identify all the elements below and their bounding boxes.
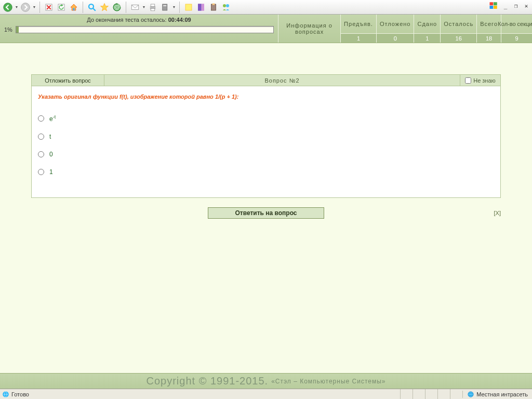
progress-percent: 1% — [4, 26, 12, 33]
info-header[interactable]: Информация о вопросах — [278, 15, 340, 43]
svg-rect-16 — [211, 4, 216, 10]
favorites-button[interactable] — [99, 2, 110, 13]
globe-icon — [467, 391, 474, 398]
svg-point-5 — [89, 4, 94, 9]
refresh-button[interactable] — [56, 2, 67, 13]
window-minimize[interactable]: _ — [502, 2, 509, 9]
svg-rect-13 — [185, 4, 192, 10]
stats-label: Отложено — [377, 15, 414, 33]
stats-label: Всего — [477, 15, 501, 33]
svg-point-19 — [226, 4, 229, 7]
stats-value: 1 — [341, 33, 376, 43]
option-c[interactable]: 0 — [38, 151, 494, 158]
window-restore[interactable]: ❐ — [512, 2, 520, 9]
mail-dropdown[interactable]: ▼ — [142, 5, 146, 9]
stats-value: 1 — [414, 33, 440, 43]
option-d[interactable]: 1 — [38, 168, 494, 176]
stats-value: 18 — [477, 33, 501, 43]
question-prompt: Указать оригинал функции f(t), изображен… — [38, 94, 494, 100]
window-close[interactable]: ✕ — [523, 2, 530, 9]
svg-point-1 — [21, 3, 30, 11]
question-title: Вопрос №2 — [104, 75, 460, 86]
stats-label: Сдано — [414, 15, 440, 33]
security-zone[interactable]: Местная интрасеть — [462, 391, 532, 398]
close-question[interactable]: [X] — [494, 210, 501, 216]
status-ready: Готово — [11, 391, 29, 397]
history-button[interactable] — [111, 2, 123, 13]
forward-dropdown[interactable]: ▼ — [32, 5, 36, 9]
postpone-button[interactable]: Отложить вопрос — [32, 75, 104, 86]
edit-dropdown[interactable]: ▼ — [172, 5, 176, 9]
svg-point-25 — [468, 391, 474, 397]
svg-rect-21 — [494, 2, 497, 5]
research-button[interactable] — [195, 2, 207, 13]
svg-rect-20 — [490, 2, 494, 5]
svg-rect-14 — [198, 4, 202, 11]
svg-rect-10 — [151, 8, 155, 11]
sections-label: Кол-во секций — [501, 15, 532, 33]
test-header: До окончания теста осталось: 00:44:09 1%… — [0, 15, 532, 43]
svg-rect-11 — [163, 4, 167, 10]
search-button[interactable] — [86, 2, 98, 13]
note-button[interactable] — [183, 2, 194, 13]
progress-bar — [16, 26, 274, 33]
option-b[interactable]: t — [38, 133, 494, 140]
stats-label: Предъяв. — [341, 15, 376, 33]
svg-point-0 — [4, 3, 12, 11]
mail-button[interactable] — [129, 2, 141, 13]
home-button[interactable] — [68, 2, 79, 13]
windows-flag-icon — [488, 1, 499, 10]
back-dropdown[interactable]: ▼ — [15, 5, 19, 9]
svg-rect-15 — [202, 4, 204, 11]
question-frame: Отложить вопрос Вопрос №2 Не знаю Указат… — [31, 74, 501, 198]
copyright-bar: Copyright © 1991-2015. «Стэл – Компьютер… — [0, 373, 532, 389]
svg-rect-4 — [73, 8, 75, 10]
svg-rect-12 — [163, 5, 166, 6]
back-button[interactable] — [2, 2, 14, 13]
ie-icon — [2, 391, 9, 398]
timer-label: До окончания теста осталось: 00:44:09 — [0, 15, 278, 23]
dontknow-toggle[interactable]: Не знаю — [460, 75, 500, 86]
forward-button[interactable] — [20, 2, 31, 13]
svg-rect-9 — [151, 4, 155, 7]
option-a[interactable]: e-t — [38, 114, 494, 123]
submit-button[interactable]: Ответить на вопрос — [208, 207, 324, 219]
stats-value: 0 — [377, 33, 414, 43]
dontknow-checkbox[interactable] — [465, 77, 471, 84]
edit-button[interactable] — [159, 2, 171, 13]
browser-toolbar: ▼ ▼ ▼ ▼ — [0, 0, 532, 15]
stats-value: 16 — [441, 33, 476, 43]
print-button[interactable] — [147, 2, 158, 13]
status-bar: Готово Местная интрасеть — [0, 389, 532, 399]
clipboard-button[interactable] — [208, 2, 219, 13]
svg-rect-22 — [490, 6, 494, 9]
sections-value: 9 — [501, 33, 532, 43]
svg-point-18 — [223, 4, 226, 7]
messenger-button[interactable] — [220, 2, 232, 13]
stop-button[interactable] — [43, 2, 55, 13]
stats-label: Осталось — [441, 15, 476, 33]
svg-rect-17 — [212, 3, 215, 5]
svg-rect-23 — [494, 6, 497, 9]
